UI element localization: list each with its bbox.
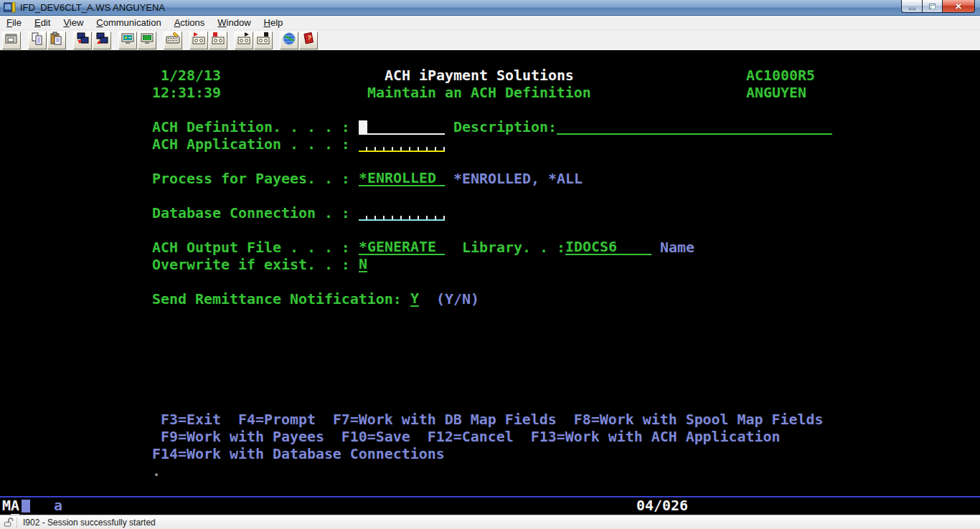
display-setup-button[interactable] — [118, 32, 137, 49]
web-browser-icon — [282, 32, 296, 49]
label-send-remittance: Send Remittance Notification: — [152, 291, 402, 308]
label-ach-application: ACH Application . . . : — [152, 136, 350, 153]
help-book-button[interactable]: ? — [299, 32, 318, 49]
terminal-cursor — [359, 120, 367, 133]
paste-button[interactable] — [47, 32, 66, 49]
process-for-payees-field-value: *ENROLLED — [359, 171, 436, 186]
time: 12:31:39 — [152, 85, 221, 102]
unlocked-padlock-icon — [3, 517, 14, 528]
label-library: Library. . : — [462, 239, 565, 257]
menu-bar: FileEditViewCommunicationActionsWindowHe… — [0, 16, 980, 30]
description-field[interactable] — [557, 119, 832, 135]
keyboard-setup-button[interactable] — [164, 32, 182, 49]
status-bar: I902 - Session successfully started — [0, 515, 980, 529]
title-bar[interactable]: IFD_DEV6CLT_A.WS ANGUYENA ✕ — [0, 0, 980, 16]
toolbar-group — [189, 32, 228, 49]
menu-item-window[interactable]: Window — [211, 16, 257, 29]
library-field-value: IDOCS6 — [565, 239, 617, 255]
color-setup-icon — [140, 32, 154, 49]
keyboard-setup-icon — [166, 32, 180, 49]
label-ach-output-file: ACH Output File . . . : — [152, 239, 350, 257]
stop-macro-button[interactable] — [209, 32, 227, 49]
receive-file-button[interactable] — [93, 32, 111, 49]
toolbar-group — [235, 32, 273, 49]
screen-title: ACH iPayment Solutions — [385, 67, 574, 85]
label-overwrite: Overwrite if exist. . : — [152, 257, 350, 274]
oia-system-indicator: MA — [2, 497, 19, 515]
fkeys-line1: F3=Exit F4=Prompt F7=Work with DB Map Fi… — [161, 411, 824, 429]
menu-item-actions[interactable]: Actions — [168, 16, 212, 29]
quit-macro-button[interactable] — [254, 32, 273, 49]
overwrite-field-value: N — [359, 257, 367, 272]
remittance-field[interactable]: Y — [410, 291, 419, 307]
play-macro-icon — [237, 32, 251, 49]
statusbar-message: I902 - Session successfully started — [23, 518, 156, 528]
toolbar-group: ? — [280, 32, 319, 49]
label-ach-definition: ACH Definition. . . . : — [152, 119, 350, 136]
send-file-button[interactable] — [73, 32, 92, 49]
color-setup-button[interactable] — [138, 32, 156, 49]
send-file-icon — [75, 32, 90, 49]
database-connection-field[interactable] — [359, 205, 445, 221]
hint-process-values: *ENROLLED, *ALL — [453, 171, 583, 188]
record-macro-icon — [192, 32, 206, 49]
user-id: ANGUYEN — [746, 85, 806, 102]
play-macro-button[interactable] — [235, 32, 253, 49]
remittance-field-value: Y — [410, 291, 419, 307]
oia-status-row: MA a 04/026 — [0, 497, 980, 515]
label-description: Description: — [453, 119, 557, 136]
toolbar-group — [118, 32, 157, 49]
receive-file-icon — [95, 32, 109, 49]
menu-item-help[interactable]: Help — [258, 16, 290, 29]
menu-item-communication[interactable]: Communication — [90, 16, 167, 29]
overwrite-field[interactable]: N — [359, 257, 367, 272]
date: 1/28/13 — [161, 67, 221, 85]
menu-item-file[interactable]: File — [0, 16, 28, 29]
ach-application-field[interactable] — [359, 136, 445, 152]
screen-subtitle: Maintain an ACH Definition — [367, 85, 591, 102]
quit-macro-icon — [256, 32, 270, 49]
menu-item-edit[interactable]: Edit — [28, 16, 57, 29]
ach-definition-field[interactable] — [359, 119, 445, 135]
toolbar-group — [164, 32, 183, 49]
web-browser-button[interactable] — [280, 32, 298, 49]
toolbar: ? — [0, 30, 980, 50]
fkeys-line2: F9=Work with Payees F10=Save F12=Cancel … — [161, 429, 781, 446]
fkeys-line3: F14=Work with Database Connections — [152, 446, 445, 463]
minimize-button[interactable] — [901, 0, 922, 13]
process-for-payees-field[interactable]: *ENROLLED — [359, 171, 445, 186]
stop-macro-icon — [211, 32, 225, 49]
hint-yn: (Y/N) — [436, 291, 479, 308]
label-process-for-payees: Process for Payees. . : — [152, 171, 350, 188]
menu-item-view[interactable]: View — [57, 16, 90, 29]
oia-shift-indicator: a — [54, 497, 62, 515]
ach-output-file-field-value: *GENERATE — [359, 239, 436, 255]
oia-cursor-position: 04/026 — [636, 497, 688, 515]
maximize-button[interactable] — [922, 0, 943, 13]
jump-to-session-button[interactable] — [2, 32, 21, 49]
paste-icon — [50, 32, 64, 49]
label-database-connection: Database Connection . : — [152, 205, 350, 222]
artifact-dot: . — [152, 463, 161, 480]
toolbar-group — [28, 32, 67, 49]
ach-output-file-field[interactable]: *GENERATE — [359, 239, 445, 255]
app-icon — [4, 2, 16, 13]
copy-button[interactable] — [28, 32, 47, 49]
oia-input-block — [22, 500, 30, 513]
terminal-screen[interactable]: MA a 04/026 1/28/13ACH iPayment Solution… — [0, 50, 980, 515]
program-id: AC1000R5 — [746, 67, 815, 85]
hint-name: Name — [660, 239, 694, 257]
help-book-icon: ? — [301, 32, 316, 49]
copy-icon — [30, 32, 44, 49]
toolbar-group — [2, 32, 22, 49]
close-button[interactable]: ✕ — [943, 0, 975, 13]
statusbar-divider — [17, 518, 17, 528]
toolbar-group — [73, 32, 112, 49]
jump-to-session-icon — [4, 32, 19, 49]
application-window: IFD_DEV6CLT_A.WS ANGUYENA ✕ FileEditView… — [0, 0, 980, 529]
library-field[interactable]: IDOCS6 — [565, 239, 651, 255]
record-macro-button[interactable] — [189, 32, 208, 49]
window-title: IFD_DEV6CLT_A.WS ANGUYENA — [20, 2, 165, 13]
display-setup-icon — [121, 32, 135, 49]
